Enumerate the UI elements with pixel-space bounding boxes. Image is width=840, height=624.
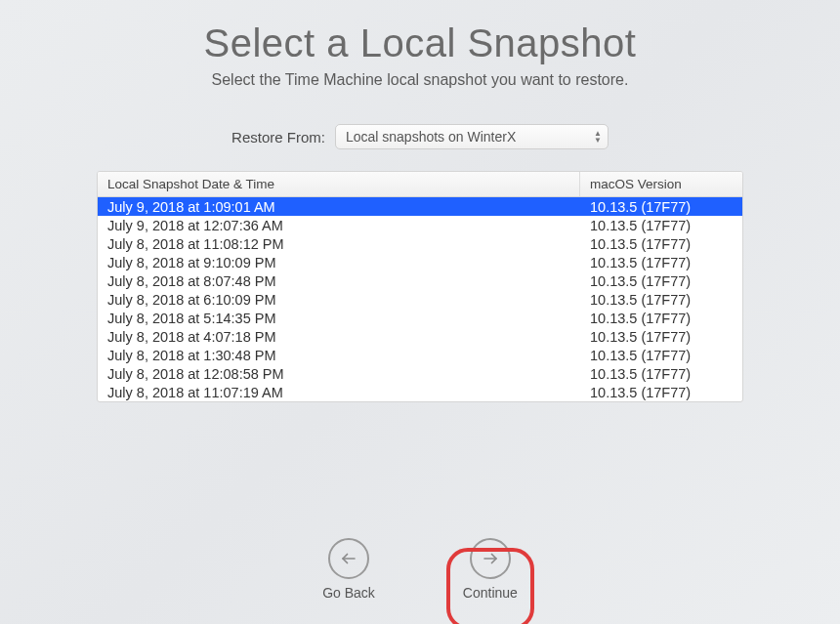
table-row[interactable]: July 8, 2018 at 4:07:18 PM10.13.5 (17F77… xyxy=(98,327,742,346)
cell-version: 10.13.5 (17F77) xyxy=(580,216,742,234)
updown-stepper-icon: ▲▼ xyxy=(594,131,602,144)
restore-from-row: Restore From: Local snapshots on WinterX… xyxy=(0,124,840,149)
table-row[interactable]: July 9, 2018 at 12:07:36 AM10.13.5 (17F7… xyxy=(98,216,742,234)
table-row[interactable]: July 8, 2018 at 8:07:48 PM10.13.5 (17F77… xyxy=(98,271,742,290)
table-row[interactable]: July 8, 2018 at 5:14:35 PM10.13.5 (17F77… xyxy=(98,309,742,327)
page-title: Select a Local Snapshot xyxy=(0,21,840,65)
cell-date: July 8, 2018 at 12:08:58 PM xyxy=(98,364,580,383)
cell-date: July 8, 2018 at 8:07:48 PM xyxy=(98,271,580,290)
cell-version: 10.13.5 (17F77) xyxy=(580,234,742,253)
cell-version: 10.13.5 (17F77) xyxy=(580,271,742,290)
cell-date: July 9, 2018 at 1:09:01 AM xyxy=(98,197,580,216)
snapshot-table: Local Snapshot Date & Time macOS Version… xyxy=(97,171,743,402)
cell-date: July 8, 2018 at 11:08:12 PM xyxy=(98,234,580,253)
continue-button[interactable]: Continue xyxy=(463,538,518,601)
cell-version: 10.13.5 (17F77) xyxy=(580,346,742,364)
cell-date: July 8, 2018 at 11:07:19 AM xyxy=(98,383,580,401)
page-subtitle: Select the Time Machine local snapshot y… xyxy=(0,71,840,89)
cell-version: 10.13.5 (17F77) xyxy=(580,253,742,271)
column-header-date[interactable]: Local Snapshot Date & Time xyxy=(98,172,580,196)
cell-version: 10.13.5 (17F77) xyxy=(580,383,742,401)
cell-date: July 8, 2018 at 5:14:35 PM xyxy=(98,309,580,327)
cell-date: July 8, 2018 at 1:30:48 PM xyxy=(98,346,580,364)
cell-version: 10.13.5 (17F77) xyxy=(580,197,742,216)
continue-label: Continue xyxy=(463,585,518,601)
column-header-version[interactable]: macOS Version xyxy=(580,172,742,196)
cell-date: July 8, 2018 at 9:10:09 PM xyxy=(98,253,580,271)
cell-version: 10.13.5 (17F77) xyxy=(580,309,742,327)
cell-date: July 9, 2018 at 12:07:36 AM xyxy=(98,216,580,234)
restore-from-label: Restore From: xyxy=(231,129,325,146)
table-row[interactable]: July 8, 2018 at 11:08:12 PM10.13.5 (17F7… xyxy=(98,234,742,253)
table-row[interactable]: July 8, 2018 at 9:10:09 PM10.13.5 (17F77… xyxy=(98,253,742,271)
go-back-button[interactable]: Go Back xyxy=(322,538,375,601)
restore-from-value: Local snapshots on WinterX xyxy=(346,129,516,145)
table-row[interactable]: July 9, 2018 at 1:09:01 AM10.13.5 (17F77… xyxy=(98,197,742,216)
arrow-left-icon xyxy=(328,538,369,579)
arrow-right-icon xyxy=(470,538,511,579)
restore-from-dropdown[interactable]: Local snapshots on WinterX ▲▼ xyxy=(335,124,609,149)
table-row[interactable]: July 8, 2018 at 6:10:09 PM10.13.5 (17F77… xyxy=(98,290,742,309)
footer-nav: Go Back Continue xyxy=(0,538,840,601)
table-body: July 9, 2018 at 1:09:01 AM10.13.5 (17F77… xyxy=(98,197,742,401)
go-back-label: Go Back xyxy=(322,585,375,601)
cell-date: July 8, 2018 at 6:10:09 PM xyxy=(98,290,580,309)
table-header-row: Local Snapshot Date & Time macOS Version xyxy=(98,172,742,197)
table-row[interactable]: July 8, 2018 at 1:30:48 PM10.13.5 (17F77… xyxy=(98,346,742,364)
table-row[interactable]: July 8, 2018 at 11:07:19 AM10.13.5 (17F7… xyxy=(98,383,742,401)
table-row[interactable]: July 8, 2018 at 12:08:58 PM10.13.5 (17F7… xyxy=(98,364,742,383)
cell-version: 10.13.5 (17F77) xyxy=(580,290,742,309)
cell-date: July 8, 2018 at 4:07:18 PM xyxy=(98,327,580,346)
cell-version: 10.13.5 (17F77) xyxy=(580,327,742,346)
cell-version: 10.13.5 (17F77) xyxy=(580,364,742,383)
